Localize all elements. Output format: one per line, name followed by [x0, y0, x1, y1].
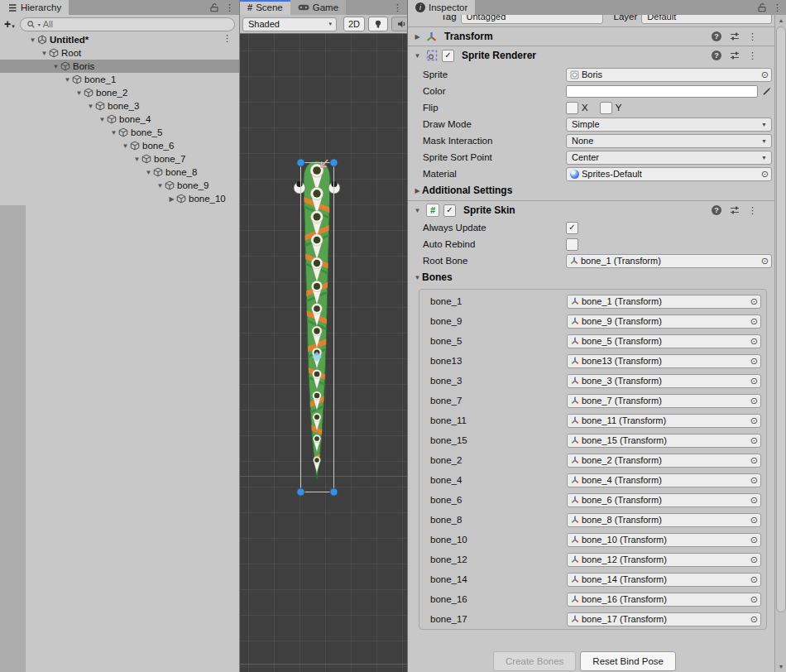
object-picker-icon[interactable]: ⊙ [750, 574, 758, 585]
presets-icon[interactable] [730, 50, 740, 60]
foldout-icon[interactable]: ▶ [167, 195, 176, 203]
help-icon[interactable]: ? [712, 31, 721, 41]
bone-object-field[interactable]: bone_2 (Transform) ⊙ [567, 454, 761, 468]
object-picker-icon[interactable]: ⊙ [750, 535, 758, 545]
presets-icon[interactable] [730, 31, 740, 41]
draw-mode-dropdown[interactable]: Simple ▼ [566, 118, 772, 132]
bone-object-field[interactable]: bone_1 (Transform) ⊙ [567, 295, 761, 309]
foldout-icon[interactable]: ▼ [28, 36, 37, 44]
hierarchy-item-bone-3[interactable]: ▼ bone_3 [0, 99, 239, 113]
flip-x-checkbox[interactable] [566, 102, 578, 114]
object-picker-icon[interactable]: ⊙ [761, 70, 769, 80]
object-picker-icon[interactable]: ⊙ [750, 515, 758, 526]
tab-game[interactable]: Game [290, 0, 346, 15]
handle-top-right[interactable] [330, 159, 338, 166]
toggle-2d-button[interactable]: 2D [343, 17, 365, 31]
handle-bottom-left[interactable] [297, 488, 304, 496]
hierarchy-item-bone-1[interactable]: ▼ bone_1 [0, 73, 239, 86]
hierarchy-search-input[interactable]: ▾ All [20, 17, 235, 31]
bone-object-field[interactable]: bone_8 (Transform) ⊙ [567, 513, 761, 527]
bone-object-field[interactable]: bone_16 (Transform) ⊙ [567, 593, 761, 607]
hierarchy-item-bone-10[interactable]: ▶ bone_10 [0, 192, 239, 205]
menu-kebab-icon[interactable]: ⋮ [393, 3, 402, 12]
scene-viewport[interactable] [240, 34, 407, 672]
object-picker-icon[interactable]: ⊙ [750, 554, 758, 565]
bone-object-field[interactable]: bone_10 (Transform) ⊙ [567, 533, 761, 547]
foldout-icon[interactable]: ▶ [413, 33, 422, 41]
foldout-icon[interactable]: ▼ [63, 76, 72, 84]
foldout-icon[interactable]: ▼ [74, 89, 84, 97]
menu-kebab-icon[interactable]: ⋮ [773, 3, 782, 12]
foldout-icon[interactable]: ▼ [413, 52, 422, 60]
bone-object-field[interactable]: bone_6 (Transform) ⊙ [567, 493, 761, 507]
help-icon[interactable]: ? [712, 50, 721, 60]
hierarchy-item-bone-4[interactable]: ▼ bone_4 [0, 113, 239, 126]
help-icon[interactable]: ? [712, 205, 721, 215]
object-picker-icon[interactable]: ⊙ [750, 336, 758, 347]
object-picker-icon[interactable]: ⊙ [750, 296, 758, 307]
scene-kebab-icon[interactable]: ⋮ [223, 34, 232, 43]
auto-rebind-checkbox[interactable] [566, 238, 578, 251]
tag-dropdown[interactable]: Untagged [461, 15, 603, 24]
shading-mode-dropdown[interactable]: Shaded ▾ [242, 17, 337, 31]
tab-inspector[interactable]: i Inspector [408, 0, 475, 15]
mask-interaction-dropdown[interactable]: None ▼ [566, 134, 772, 148]
sprite-renderer-component-header[interactable]: ▼ ✓ Sprite Renderer ? ⋮ [408, 46, 775, 65]
bone-object-field[interactable]: bone_17 (Transform) ⊙ [567, 612, 761, 626]
bone-object-field[interactable]: bone_9 (Transform) ⊙ [567, 314, 761, 329]
inspector-scrollbar[interactable]: ▲ ▼ [774, 15, 786, 672]
foldout-icon[interactable]: ▼ [40, 50, 49, 57]
color-swatch[interactable] [566, 85, 758, 98]
tab-hierarchy[interactable]: Hierarchy [0, 0, 69, 15]
object-picker-icon[interactable]: ⊙ [761, 169, 769, 180]
component-enabled-checkbox[interactable]: ✓ [442, 50, 454, 62]
sprite-object-field[interactable]: Boris ⊙ [566, 68, 772, 82]
lock-icon[interactable] [209, 2, 219, 12]
transform-component-header[interactable]: ▶ Transform ? ⋮ [408, 27, 775, 46]
object-picker-icon[interactable]: ⊙ [761, 256, 769, 266]
bone-object-field[interactable]: bone_3 (Transform) ⊙ [567, 374, 761, 388]
foldout-icon[interactable]: ▼ [86, 103, 95, 110]
foldout-icon[interactable]: ▼ [121, 142, 130, 150]
object-picker-icon[interactable]: ⊙ [750, 415, 758, 426]
foldout-icon[interactable]: ▼ [413, 207, 422, 214]
object-picker-icon[interactable]: ⊙ [750, 396, 758, 406]
component-enabled-checkbox[interactable]: ✓ [443, 204, 456, 217]
bone-object-field[interactable]: bone_5 (Transform) ⊙ [567, 334, 761, 348]
object-picker-icon[interactable]: ⊙ [750, 316, 758, 327]
bone-object-field[interactable]: bone_4 (Transform) ⊙ [567, 473, 761, 487]
sprite-skin-component-header[interactable]: ▼ # ✓ Sprite Skin ? ⋮ [408, 201, 775, 219]
lock-icon[interactable] [757, 2, 767, 12]
object-picker-icon[interactable]: ⊙ [750, 356, 758, 367]
additional-settings-foldout[interactable]: ▶ Additional Settings [408, 182, 775, 199]
object-picker-icon[interactable]: ⊙ [750, 435, 758, 446]
foldout-icon[interactable]: ▼ [51, 63, 60, 70]
sort-point-dropdown[interactable]: Center ▼ [566, 151, 772, 165]
object-picker-icon[interactable]: ⊙ [750, 455, 758, 466]
hierarchy-item-bone-5[interactable]: ▼ bone_5 [0, 126, 239, 139]
scroll-down-icon[interactable]: ▼ [775, 664, 786, 670]
menu-kebab-icon[interactable]: ⋮ [748, 32, 757, 41]
scrollbar-thumb[interactable] [776, 26, 786, 612]
menu-kebab-icon[interactable]: ⋮ [748, 51, 757, 60]
root-bone-object-field[interactable]: bone_1 (Transform) ⊙ [566, 254, 772, 268]
presets-icon[interactable] [730, 205, 740, 215]
hierarchy-item-bone-6[interactable]: ▼ bone_6 [0, 139, 239, 152]
object-picker-icon[interactable]: ⊙ [750, 475, 758, 486]
bone-object-field[interactable]: bone_15 (Transform) ⊙ [567, 434, 761, 448]
handle-top-left[interactable] [297, 159, 304, 166]
scroll-up-icon[interactable]: ▲ [775, 17, 786, 23]
always-update-checkbox[interactable]: ✓ [566, 222, 578, 234]
material-object-field[interactable]: Sprites-Default ⊙ [566, 167, 772, 181]
hierarchy-item-bone-7[interactable]: ▼ bone_7 [0, 152, 239, 166]
hierarchy-item-root[interactable]: ▼ Root [0, 46, 239, 60]
bone-object-field[interactable]: bone_7 (Transform) ⊙ [567, 394, 761, 408]
object-picker-icon[interactable]: ⊙ [750, 495, 758, 506]
bone-object-field[interactable]: bone_11 (Transform) ⊙ [567, 414, 761, 428]
hierarchy-item-bone-9[interactable]: ▼ bone_9 [0, 179, 239, 192]
layer-dropdown[interactable]: Default [641, 15, 772, 24]
foldout-icon[interactable]: ▼ [98, 116, 107, 123]
hierarchy-item-untitled[interactable]: ▼ Untitled* ⋮ [0, 33, 239, 46]
object-picker-icon[interactable]: ⊙ [750, 376, 758, 386]
foldout-icon[interactable]: ▼ [156, 182, 165, 190]
